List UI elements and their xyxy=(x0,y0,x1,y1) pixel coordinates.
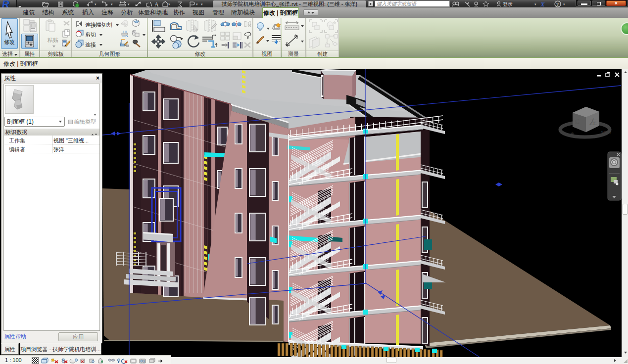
svg-text:▾: ▾ xyxy=(95,2,97,6)
svg-text:左: 左 xyxy=(589,118,597,126)
svg-text:▾: ▾ xyxy=(534,2,536,6)
svg-text:南: 南 xyxy=(571,132,574,136)
svg-text:后: 后 xyxy=(575,119,580,125)
svg-text:9: 9 xyxy=(143,360,145,363)
svg-text:WEST: WEST xyxy=(601,131,612,134)
svg-text:▾: ▾ xyxy=(563,2,565,6)
svg-text:▾: ▾ xyxy=(128,2,130,6)
svg-text:▾: ▾ xyxy=(196,2,198,6)
svg-text:▾: ▾ xyxy=(168,2,170,6)
svg-text:?: ? xyxy=(556,2,559,7)
svg-text:▾: ▾ xyxy=(111,2,113,6)
svg-text:X: X xyxy=(540,0,545,7)
svg-text:A: A xyxy=(154,1,159,7)
svg-text:▾: ▾ xyxy=(201,2,203,6)
svg-text:登录: 登录 xyxy=(503,1,513,7)
